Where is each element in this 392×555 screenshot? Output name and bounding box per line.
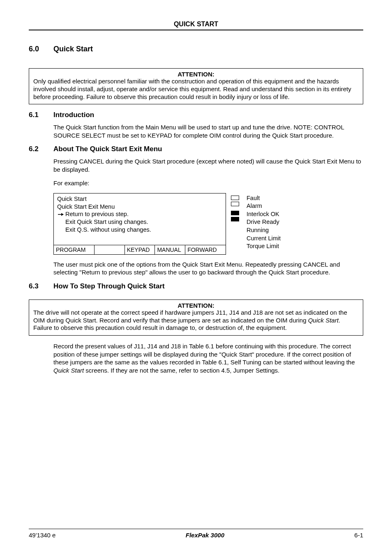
led-interlock-ok: [231, 211, 239, 215]
attention-box-2: ATTENTION: The drive will not operate at…: [29, 299, 363, 336]
section-title: How To Step Through Quick Start: [53, 282, 165, 290]
oim-status-row: PROGRAM KEYPAD MANUAL FORWARD: [54, 245, 226, 254]
led-labels: Fault Alarm Interlock OK Drive Ready Run…: [247, 193, 281, 251]
para-final: Record the present values of J11, J14 an…: [53, 342, 363, 374]
para-text: Record the present values of J11, J14 an…: [53, 343, 355, 366]
para-6-2-1: Pressing CANCEL during the Quick Start p…: [53, 157, 363, 173]
svg-marker-1: [61, 213, 64, 216]
section-num: 6.2: [29, 145, 53, 153]
footer-left: 49'1340 e: [29, 532, 55, 539]
attention-box-1: ATTENTION: Only qualified electrical per…: [29, 68, 363, 104]
oim-menu-item: Exit Q.S. without using changes.: [65, 226, 222, 234]
page-footer: 49'1340 e FlexPak 3000 6-1: [29, 529, 363, 539]
section-6-1: 6.1 Introduction: [29, 111, 363, 119]
status-cell: [95, 245, 125, 254]
oim-example: Quick Start Quick Start Exit Menu Return…: [53, 193, 363, 255]
footer-center: FlexPak 3000: [186, 532, 224, 539]
section-num: 6.3: [29, 282, 53, 290]
section-6-3: 6.3 How To Step Through Quick Start: [29, 282, 363, 290]
section-title: About The Quick Start Exit Menu: [53, 145, 162, 153]
section-title: Quick Start: [53, 45, 93, 53]
para-6-2-3: The user must pick one of the options fr…: [53, 260, 363, 276]
section-num: 6.0: [29, 45, 53, 53]
menu-label: Return to previous step.: [65, 210, 129, 218]
led-alarm: [231, 202, 239, 206]
section-6-0: 6.0 Quick Start: [29, 45, 363, 53]
oim-line: Quick Start Exit Menu: [57, 203, 222, 211]
status-cell: FORWARD: [185, 245, 226, 254]
attention-text: Only qualified electrical personnel fami…: [33, 78, 359, 101]
led-label: Running: [247, 226, 281, 235]
para-6-2-2: For example:: [53, 179, 363, 187]
oim-screen: Quick Start Quick Start Exit Menu Return…: [53, 193, 226, 255]
para-6-1: The Quick Start function from the Main M…: [53, 123, 363, 139]
led-label: Current Limit: [247, 235, 281, 243]
status-cell: PROGRAM: [54, 245, 95, 254]
led-label: Torque Limit: [247, 242, 281, 251]
attention-text-part: The drive will not operate at the correc…: [33, 309, 347, 324]
para-italic: Quick Start: [53, 367, 84, 374]
led-label: Drive Ready: [247, 218, 281, 226]
pointer-arrow-icon: [58, 212, 64, 216]
led-fault: [231, 196, 239, 200]
page-header: QUICK START: [29, 21, 363, 30]
oim-menu-item-selected: Return to previous step.: [58, 210, 222, 218]
status-cell: KEYPAD: [125, 245, 155, 254]
section-title: Introduction: [53, 111, 94, 119]
oim-display: Quick Start Quick Start Exit Menu Return…: [54, 193, 226, 245]
header-title: QUICK START: [174, 21, 218, 28]
led-label: Fault: [247, 194, 281, 203]
led-column: [231, 193, 242, 221]
para-text: screens. If they are not the same, refer…: [84, 367, 279, 374]
led-label: Alarm: [247, 202, 281, 210]
attention-text: The drive will not operate at the correc…: [33, 309, 359, 332]
attention-text-italic: Quick Start: [308, 317, 339, 324]
led-label: Interlock OK: [247, 210, 281, 219]
section-num: 6.1: [29, 111, 53, 119]
status-cell: MANUAL: [155, 245, 185, 254]
led-drive-ready: [231, 217, 239, 221]
section-6-2: 6.2 About The Quick Start Exit Menu: [29, 145, 363, 153]
attention-title: ATTENTION:: [33, 302, 359, 309]
footer-right: 6-1: [354, 532, 363, 539]
oim-menu-item: Exit Quick Start using changes.: [65, 218, 222, 226]
attention-title: ATTENTION:: [33, 71, 359, 78]
oim-line: Quick Start: [57, 195, 222, 203]
